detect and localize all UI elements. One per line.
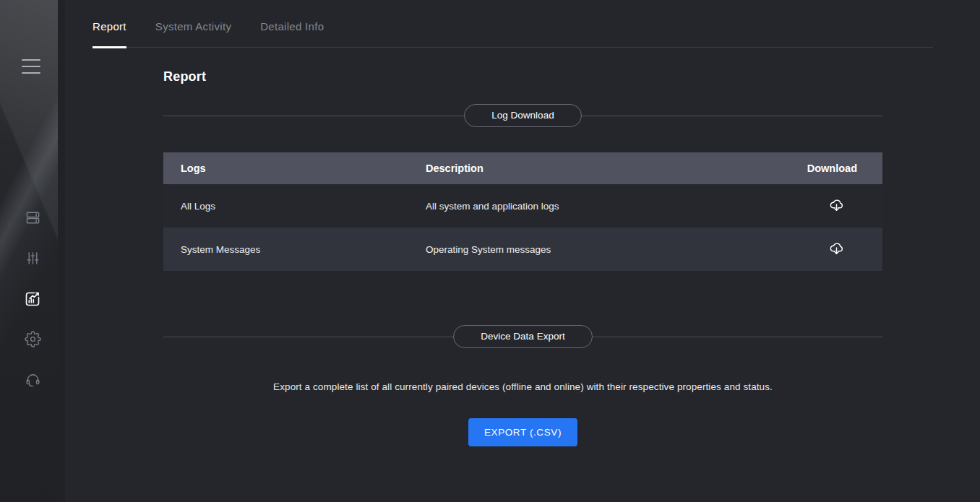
column-header-download: Download [770,163,882,174]
section-title-log-download: Log Download [464,104,581,127]
sidebar-nav [0,211,65,389]
download-all-logs-button[interactable] [828,197,845,215]
export-description: Export a complete list of all currently … [163,381,882,392]
download-system-messages-button[interactable] [828,241,845,258]
column-header-logs: Logs [163,163,426,174]
log-description: Operating System messages [426,244,770,255]
export-button-container: EXPORT (.CSV) [163,418,882,446]
main-area: Report System Activity Detailed Info Rep… [65,0,980,502]
menu-line [22,66,40,67]
menu-line [22,72,40,74]
sidebar [0,0,65,502]
menu-line [22,59,40,61]
section-divider-log-download: Log Download [163,104,882,127]
table-row: All Logs All system and application logs [163,184,882,228]
tab-detailed-info[interactable]: Detailed Info [260,20,324,47]
page-title: Report [163,69,882,85]
sidebar-item-support[interactable] [24,373,41,389]
sliders-icon [25,250,41,269]
sidebar-item-reports[interactable] [24,292,41,308]
sidebar-item-settings[interactable] [24,332,41,348]
export-csv-button[interactable]: EXPORT (.CSV) [468,418,577,446]
column-header-description: Description [426,163,770,174]
cloud-download-icon [828,240,845,259]
cloud-download-icon [828,196,845,215]
logs-table: Logs Description Download All Logs All s… [163,152,882,271]
log-name: All Logs [163,201,426,212]
sidebar-item-configuration[interactable] [24,251,41,267]
log-description: All system and application logs [426,201,770,212]
section-title-device-data-export: Device Data Export [453,325,592,348]
server-icon [25,209,41,228]
tab-system-activity[interactable]: System Activity [155,20,231,47]
table-row: System Messages Operating System message… [163,228,882,271]
report-content: Report Log Download Logs Description Dow… [163,69,882,446]
section-divider-device-data-export: Device Data Export [163,325,882,348]
headset-icon [25,371,41,390]
table-header-row: Logs Description Download [163,152,882,184]
app-window: Report System Activity Detailed Info Rep… [0,0,980,502]
hamburger-menu-icon[interactable] [22,58,42,75]
tab-report[interactable]: Report [93,20,126,47]
tab-bar: Report System Activity Detailed Info [93,0,933,48]
analytics-chart-icon [24,290,41,310]
log-name: System Messages [163,244,426,255]
gear-icon [25,331,41,350]
sidebar-item-devices[interactable] [24,211,41,227]
